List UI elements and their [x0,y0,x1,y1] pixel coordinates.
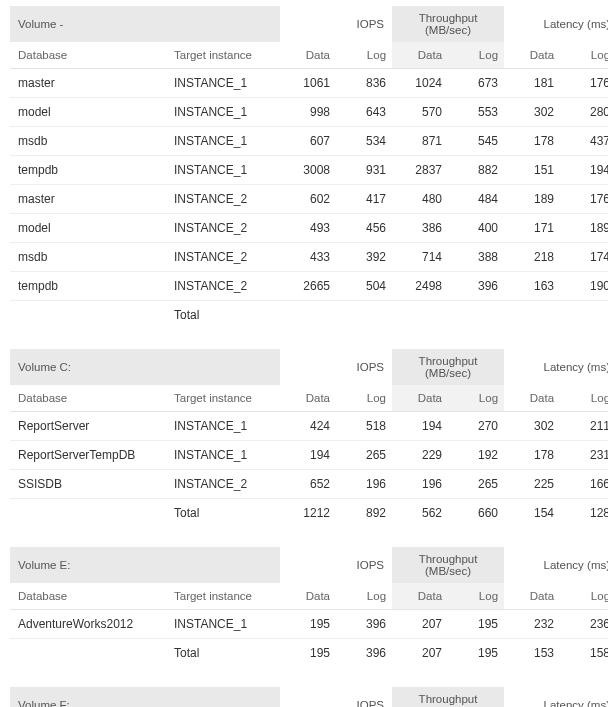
column-header-throughput-data[interactable]: Data [392,42,448,69]
cell-latency-data: 302 [504,412,560,441]
table-row[interactable]: modelINSTANCE_1998643570553302280 [10,98,608,127]
cell-iops-data: 493 [280,214,336,243]
cell-target-instance: INSTANCE_1 [170,127,280,156]
cell-database: model [10,214,170,243]
cell-iops-log: 265 [336,441,392,470]
table-row[interactable]: ReportServerINSTANCE_1424518194270302211 [10,412,608,441]
column-header-latency-data[interactable]: Data [504,42,560,69]
cell-throughput-log: 396 [448,272,504,301]
column-header-iops-log[interactable]: Log [336,42,392,69]
group-header-latency: Latency (ms) [504,349,608,385]
cell-iops-log: 196 [336,470,392,499]
table-row[interactable]: AdventureWorks2012INSTANCE_1195396207195… [10,610,608,639]
volume-label: Volume F: [10,687,280,707]
column-header-latency-log[interactable]: Log [560,583,608,610]
cell-iops-log: 836 [336,69,392,98]
cell-throughput-data: 2837 [392,156,448,185]
cell-database: ReportServerTempDB [10,441,170,470]
volume-section: Volume E:IOPSThroughput (MB/sec)Latency … [10,547,598,667]
cell-throughput-data: 2498 [392,272,448,301]
column-header-iops-data[interactable]: Data [280,42,336,69]
cell-latency-data: 151 [504,156,560,185]
cell-throughput-data: 194 [392,412,448,441]
column-header-throughput-data[interactable]: Data [392,385,448,412]
cell-iops-data: 1212 [280,499,336,528]
cell-throughput-log: 270 [448,412,504,441]
cell-target-instance: INSTANCE_1 [170,98,280,127]
cell-iops-data: 2665 [280,272,336,301]
column-header-throughput-log[interactable]: Log [448,42,504,69]
group-header-iops: IOPS [280,6,392,42]
column-header-throughput-log[interactable]: Log [448,385,504,412]
column-header-iops-data[interactable]: Data [280,385,336,412]
volume-section: Volume -IOPSThroughput (MB/sec)Latency (… [10,6,598,329]
table-row[interactable]: modelINSTANCE_2493456386400171189 [10,214,608,243]
cell-iops-data: 195 [280,610,336,639]
column-header-database[interactable]: Database [10,385,170,412]
table-row[interactable]: msdbINSTANCE_1607534871545178437 [10,127,608,156]
metrics-table: Volume C:IOPSThroughput (MB/sec)Latency … [10,349,608,527]
cell-iops-data: 602 [280,185,336,214]
column-header-throughput-log[interactable]: Log [448,583,504,610]
cell-latency-log: 231 [560,441,608,470]
table-row[interactable]: SSISDBINSTANCE_2652196196265225166 [10,470,608,499]
cell-iops-data: 433 [280,243,336,272]
column-header-latency-data[interactable]: Data [504,583,560,610]
cell-iops-log: 643 [336,98,392,127]
cell-latency-log: 236 [560,610,608,639]
column-header-target-instance[interactable]: Target instance [170,42,280,69]
cell-target-instance: INSTANCE_2 [170,470,280,499]
cell-target-instance: INSTANCE_2 [170,214,280,243]
cell-iops-log: 518 [336,412,392,441]
cell-target-instance: INSTANCE_1 [170,610,280,639]
group-header-iops: IOPS [280,547,392,583]
cell-iops-data [280,301,336,330]
column-header-database[interactable]: Database [10,42,170,69]
column-header-iops-data[interactable]: Data [280,583,336,610]
cell-total-label: Total [170,639,280,668]
cell-throughput-log: 545 [448,127,504,156]
column-header-latency-data[interactable]: Data [504,385,560,412]
cell-iops-log: 892 [336,499,392,528]
group-header-iops: IOPS [280,687,392,707]
column-header-latency-log[interactable]: Log [560,42,608,69]
cell-latency-log: 158 [560,639,608,668]
cell-throughput-log [448,301,504,330]
table-row[interactable]: msdbINSTANCE_2433392714388218174 [10,243,608,272]
column-header-target-instance[interactable]: Target instance [170,385,280,412]
cell-throughput-data: 196 [392,470,448,499]
table-row[interactable]: masterINSTANCE_110618361024673181176 [10,69,608,98]
table-row[interactable]: tempdbINSTANCE_226655042498396163190 [10,272,608,301]
cell-database [10,499,170,528]
group-header-iops: IOPS [280,349,392,385]
cell-latency-log: 280 [560,98,608,127]
table-row[interactable]: masterINSTANCE_2602417480484189176 [10,185,608,214]
group-header-throughput: Throughput (MB/sec) [392,547,504,583]
cell-iops-log: 534 [336,127,392,156]
cell-throughput-data: 570 [392,98,448,127]
column-header-database[interactable]: Database [10,583,170,610]
table-row[interactable]: tempdbINSTANCE_130089312837882151194 [10,156,608,185]
cell-throughput-data: 1024 [392,69,448,98]
column-header-latency-log[interactable]: Log [560,385,608,412]
table-row-total: Total1212892562660154128 [10,499,608,528]
cell-target-instance: INSTANCE_2 [170,185,280,214]
column-header-target-instance[interactable]: Target instance [170,583,280,610]
cell-database: master [10,185,170,214]
cell-iops-data: 1061 [280,69,336,98]
column-header-iops-log[interactable]: Log [336,385,392,412]
cell-latency-data: 189 [504,185,560,214]
cell-iops-log [336,301,392,330]
cell-latency-data: 302 [504,98,560,127]
cell-database: msdb [10,243,170,272]
table-row[interactable]: ReportServerTempDBINSTANCE_1194265229192… [10,441,608,470]
cell-throughput-log: 553 [448,98,504,127]
cell-throughput-log: 265 [448,470,504,499]
group-header-latency: Latency (ms) [504,6,608,42]
cell-iops-log: 504 [336,272,392,301]
cell-database: master [10,69,170,98]
cell-throughput-data: 386 [392,214,448,243]
column-header-throughput-data[interactable]: Data [392,583,448,610]
cell-throughput-data: 480 [392,185,448,214]
column-header-iops-log[interactable]: Log [336,583,392,610]
